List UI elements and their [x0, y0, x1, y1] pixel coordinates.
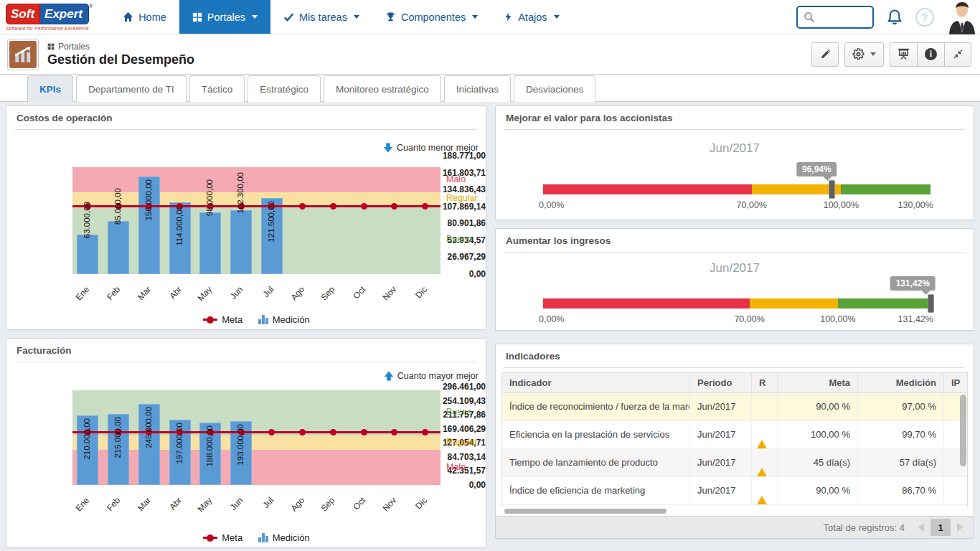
bar-may[interactable]: [199, 212, 221, 274]
column-header-r[interactable]: R: [752, 373, 778, 392]
notifications-button[interactable]: [887, 9, 903, 26]
nav-portales[interactable]: Portales: [179, 0, 270, 34]
presentation-button[interactable]: [890, 42, 917, 67]
plot-area: 63.000,0085.000,00156.000,00114.000,0098…: [72, 156, 440, 274]
tab-departamento-de-ti[interactable]: Departamento de TI: [76, 75, 187, 102]
cell-status: [752, 449, 778, 476]
bar-value-label: 121.500,00: [266, 201, 276, 242]
x-axis-label: May: [180, 495, 215, 532]
tab-kpis[interactable]: KPIs: [27, 75, 73, 102]
legend-label: Meta: [222, 314, 242, 325]
bar-feb[interactable]: [108, 221, 129, 274]
info-button[interactable]: i: [917, 42, 944, 67]
current-page-button[interactable]: 1: [930, 519, 951, 536]
column-header-meta[interactable]: Meta: [778, 373, 858, 392]
page-header: Portales Gestión del Desempeño i: [0, 34, 980, 75]
settings-button[interactable]: [844, 42, 884, 67]
gauge-period: Jun/2017: [496, 141, 974, 156]
meta-marker-icon: [203, 537, 217, 539]
tab-tactico[interactable]: Táctico: [189, 75, 245, 102]
gauge-title: Mejorar el valor para los accionistas: [496, 106, 974, 129]
chevron-down-icon: [870, 52, 876, 56]
logo-soft: Soft: [6, 4, 40, 24]
gear-icon: [852, 48, 864, 60]
meta-point[interactable]: [361, 203, 367, 209]
search-icon: [804, 11, 815, 23]
table-footer: Total de registros: 4 1: [496, 516, 974, 538]
chevron-down-icon: [554, 15, 560, 19]
home-icon: [123, 11, 133, 22]
card-aumentar-ingresos: Aumentar los ingresos Jun/2017131,42%0,0…: [495, 228, 974, 331]
portal-icon[interactable]: [7, 39, 39, 70]
search-box[interactable]: [796, 6, 874, 29]
search-input[interactable]: [819, 11, 865, 22]
chevron-left-icon: [918, 523, 924, 532]
legend-meta: Meta: [203, 314, 242, 325]
chart-legend: MetaMedición: [72, 532, 440, 543]
legend-medicion: Medición: [258, 532, 310, 543]
bar-value-label: 193.000,00: [235, 424, 245, 466]
meta-dot-icon: [207, 534, 214, 542]
gauge-segment-0: [543, 298, 750, 309]
x-axis-label: Nov: [364, 495, 398, 532]
cell-periodo: Jun/2017: [690, 393, 752, 420]
edit-button[interactable]: [811, 42, 839, 67]
x-axis-label: Oct: [333, 495, 367, 532]
registered-mark: ®: [89, 4, 93, 24]
user-avatar[interactable]: [947, 1, 977, 34]
chevron-down-icon: [472, 15, 478, 19]
bolt-icon: [504, 11, 513, 22]
nav-mis-tareas[interactable]: Mis tareas: [270, 0, 372, 34]
bars-icon: [258, 315, 268, 324]
arrow-up-icon: [384, 371, 394, 381]
column-header-ip[interactable]: IP: [944, 373, 966, 392]
vertical-scrollbar-thumb[interactable]: [960, 395, 966, 466]
column-header-perodo[interactable]: Período: [690, 373, 752, 392]
gauge-tick-label: 131,42%: [898, 314, 933, 324]
bar-ene[interactable]: [77, 235, 98, 274]
card-costos-de-operacion: Costos de operación Cuanto menor mejor18…: [6, 105, 486, 330]
band-label-malo: Malo: [446, 462, 466, 472]
softexpert-logo[interactable]: Soft Expert ® Software for Performance E…: [0, 0, 100, 34]
breadcrumb[interactable]: Portales: [47, 42, 194, 52]
logo-tagline: Software for Performance Excellence: [6, 26, 93, 31]
cell-periodo: Jun/2017: [690, 421, 752, 448]
bullet-gauge: Jun/2017131,42%0,00%70,00%100,00%131,42%: [496, 253, 974, 331]
tab-estrategico[interactable]: Estratégico: [248, 75, 321, 102]
collapse-button[interactable]: [944, 42, 971, 67]
nav-atajos[interactable]: Atajos: [491, 0, 572, 34]
bar-value-label: 210.000,00: [82, 418, 92, 460]
tab-monitoreo-estrategico[interactable]: Monitoreo estratégico: [324, 75, 441, 102]
column-header-medicin[interactable]: Medición: [858, 373, 944, 392]
table-row[interactable]: Índice de reconocimiento / fuerza de la …: [502, 393, 967, 421]
table-row[interactable]: Tiempo de lanzamiento de productoJun/201…: [502, 449, 967, 477]
portal-tabs: KPIs Departamento de TI Táctico Estratég…: [0, 75, 980, 102]
previous-page-button[interactable]: [912, 519, 930, 536]
column-header-indicador[interactable]: Indicador: [502, 373, 690, 392]
table-row[interactable]: Eficiencia en la prestación de servicios…: [502, 421, 967, 449]
tab-desviaciones[interactable]: Desviaciones: [514, 75, 595, 102]
x-axis-label: Jun: [210, 495, 245, 532]
gauge-tick-label: 100,00%: [824, 200, 859, 210]
pagination: 1: [912, 519, 969, 536]
x-axis-label: Dic: [395, 495, 429, 532]
cell-medicion: 57 día(s): [858, 449, 944, 476]
nav-componentes[interactable]: Componentes: [372, 0, 491, 34]
tab-iniciativas[interactable]: Iniciativas: [444, 75, 511, 102]
legend-label: Medición: [273, 314, 310, 325]
cell-periodo: Jun/2017: [690, 477, 752, 504]
check-icon: [283, 11, 294, 22]
table-row[interactable]: Índice de eficiencia de marketingJun/201…: [502, 477, 967, 505]
next-page-button[interactable]: [951, 519, 969, 536]
grid-icon: [47, 43, 55, 50]
nav-home[interactable]: Home: [110, 0, 179, 34]
bar-jun[interactable]: [230, 210, 252, 274]
meta-dot-icon: [207, 316, 214, 324]
status-yellow-triangle-icon: [756, 457, 768, 476]
horizontal-scrollbar: [504, 509, 968, 514]
help-button[interactable]: ?: [915, 8, 934, 27]
bar-glyph: [262, 315, 265, 324]
main-menu: Home Portales Mis tareas Componentes Ata…: [110, 0, 572, 34]
chevron-down-icon: [252, 15, 258, 19]
horizontal-scrollbar-thumb[interactable]: [504, 509, 666, 514]
